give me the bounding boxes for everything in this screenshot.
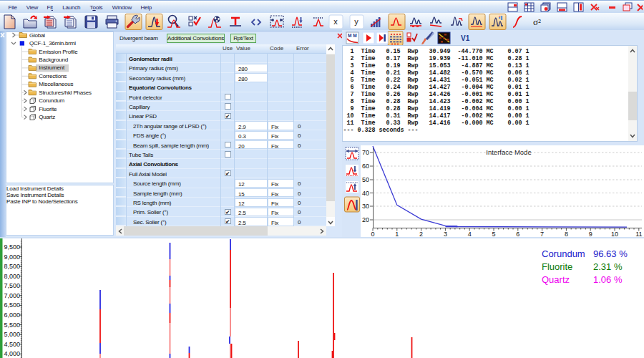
- svg-text:70: 70: [362, 149, 369, 156]
- svg-text:9,000: 9,000: [4, 253, 20, 261]
- svg-text:1: 1: [395, 231, 399, 237]
- svg-text:σ²: σ²: [533, 16, 541, 27]
- svg-text:5,500: 5,500: [4, 321, 20, 329]
- svg-text:7,500: 7,500: [4, 282, 20, 289]
- svg-text:8,500: 8,500: [4, 263, 20, 270]
- svg-text:8,000: 8,000: [4, 273, 20, 280]
- svg-text:10: 10: [611, 231, 618, 237]
- svg-text:4,000: 4,000: [4, 350, 20, 357]
- svg-text:7,000: 7,000: [4, 292, 20, 299]
- svg-text:6,000: 6,000: [4, 311, 20, 319]
- svg-text:V1: V1: [461, 34, 470, 42]
- svg-text:30: 30: [362, 203, 369, 210]
- svg-text:y: y: [354, 17, 358, 26]
- svg-text:60: 60: [362, 163, 369, 170]
- svg-text:4: 4: [468, 231, 472, 237]
- svg-text:4,500: 4,500: [4, 341, 20, 348]
- svg-text:5: 5: [492, 231, 495, 237]
- svg-text:6,500: 6,500: [4, 301, 20, 309]
- svg-text:9,500: 9,500: [4, 243, 20, 251]
- svg-text:2: 2: [419, 231, 423, 237]
- svg-text:7: 7: [540, 231, 544, 237]
- svg-text:20: 20: [362, 216, 369, 223]
- svg-text:9: 9: [589, 231, 592, 237]
- svg-text:0: 0: [371, 231, 374, 237]
- svg-text:x: x: [333, 17, 338, 26]
- svg-text:8: 8: [565, 231, 568, 237]
- svg-text:50: 50: [362, 176, 369, 183]
- svg-text:M M: M M: [348, 33, 357, 38]
- svg-text:40: 40: [362, 190, 369, 197]
- svg-text:5,000: 5,000: [4, 331, 20, 338]
- svg-text:6: 6: [516, 231, 519, 237]
- svg-text:3: 3: [444, 231, 447, 237]
- svg-text:11: 11: [635, 231, 642, 237]
